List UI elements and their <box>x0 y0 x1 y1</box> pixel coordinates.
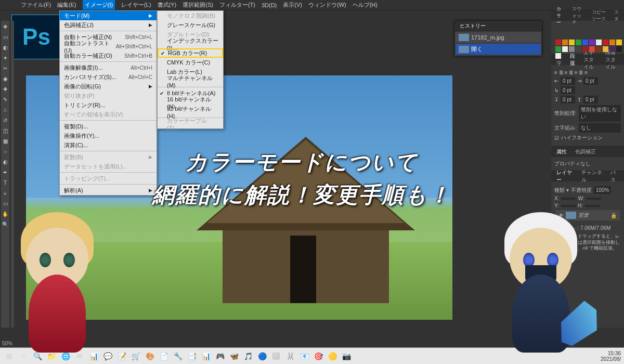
taskbar-app-icon[interactable]: 📷 <box>340 350 353 362</box>
swatch[interactable] <box>555 40 561 45</box>
marquee-tool-icon[interactable]: ▭ <box>2 33 9 41</box>
submenu-item[interactable]: グレースケール(G) <box>158 20 223 30</box>
tab[interactable]: コピーソース <box>590 9 608 22</box>
crop-tool-icon[interactable]: ✂ <box>2 64 9 72</box>
shape-tool-icon[interactable]: ▭ <box>2 200 9 207</box>
tab[interactable]: カラー <box>554 6 566 26</box>
menu-item[interactable]: カンバスサイズ(S)...Alt+Ctrl+C <box>60 72 157 82</box>
swatch[interactable] <box>555 46 561 52</box>
swatch[interactable] <box>603 46 608 52</box>
swatch[interactable] <box>616 40 622 45</box>
gradient-tool-icon[interactable]: ▦ <box>2 137 9 145</box>
tab[interactable]: スウォッチ <box>570 6 586 26</box>
menubar-item-5[interactable]: 選択範囲(S) <box>183 1 213 9</box>
menu-item[interactable]: すべての領域を表示(V) <box>60 110 157 119</box>
swatch[interactable] <box>562 40 568 45</box>
swatch[interactable] <box>569 40 575 45</box>
menubar-item-2[interactable]: イメージ(I) <box>83 0 115 10</box>
menu-item[interactable]: 画像操作(Y)... <box>60 131 157 140</box>
swatch[interactable] <box>603 40 608 45</box>
tab[interactable]: レイヤー <box>554 169 575 184</box>
swatch[interactable] <box>616 46 622 52</box>
taskbar-app-icon[interactable]: 🎵 <box>242 350 254 362</box>
taskbar-app-icon[interactable]: 🦋 <box>228 350 240 362</box>
dodge-tool-icon[interactable]: ◐ <box>2 158 9 165</box>
eyedropper-tool-icon[interactable]: ◉ <box>2 75 9 82</box>
swatch[interactable] <box>589 40 595 45</box>
swatch[interactable] <box>576 46 581 52</box>
menubar-item-0[interactable]: ファイル(F) <box>21 1 51 9</box>
swatch[interactable] <box>582 40 588 45</box>
submenu-item[interactable]: カラーテーブル(T)... <box>158 119 223 128</box>
tab[interactable]: 属性 <box>554 148 569 155</box>
pen-tool-icon[interactable]: ✒ <box>2 168 9 176</box>
taskbar-app-icon[interactable]: 📊 <box>200 350 212 362</box>
history-brush-icon[interactable]: ↺ <box>2 116 9 124</box>
taskbar-app-icon[interactable]: 🛒 <box>129 350 142 362</box>
taskbar-app-icon[interactable]: 🅿 <box>270 350 282 362</box>
heal-tool-icon[interactable]: ✚ <box>2 85 9 93</box>
type-tool-icon[interactable]: T <box>2 179 9 186</box>
taskbar-app-icon[interactable]: 🎯 <box>312 350 324 362</box>
zoom-tool-icon[interactable]: 🔍 <box>2 220 9 228</box>
lasso-tool-icon[interactable]: ◐ <box>2 44 9 51</box>
menubar-item-3[interactable]: レイヤー(L) <box>121 1 151 9</box>
hand-tool-icon[interactable]: ✋ <box>2 210 9 217</box>
taskbar-app-icon[interactable]: 🟡 <box>326 350 339 362</box>
submenu-item[interactable]: マルチチャンネル(M) <box>158 76 223 86</box>
tab[interactable]: 色調補正 <box>573 148 598 155</box>
swatch[interactable] <box>596 46 602 52</box>
menubar-item-4[interactable]: 書式(Y) <box>158 1 177 9</box>
path-tool-icon[interactable]: ▹ <box>2 189 9 197</box>
align-icons[interactable]: ≡ ≣ ≡ ≣ ≡ ≣ ≡ <box>554 70 588 75</box>
taskbar-app-icon[interactable]: 📄 <box>158 350 170 362</box>
menu-item[interactable]: トリミング(R)... <box>60 100 157 110</box>
checkbox-icon[interactable]: ☑ <box>554 135 559 141</box>
menubar-item-7[interactable]: 3D(D) <box>262 2 277 8</box>
brush-tool-icon[interactable]: ✎ <box>2 96 9 103</box>
tab[interactable]: スタ <box>612 9 621 22</box>
taskbar-app-icon[interactable]: 🎨 <box>144 350 156 362</box>
taskbar-app-icon[interactable]: 📧 <box>298 350 310 362</box>
submenu-item[interactable]: 32 bit/チャンネル(H) <box>158 107 223 116</box>
tab[interactable]: パス <box>608 169 621 184</box>
taskbar-app-icon[interactable]: 🐰 <box>284 350 296 362</box>
swatch[interactable] <box>609 46 615 52</box>
taskbar-app-icon[interactable]: 📝 <box>115 350 128 362</box>
swatch[interactable] <box>609 40 615 45</box>
tab[interactable]: チャンネル <box>579 169 604 184</box>
menu-item[interactable]: 画像の回転(G)▶ <box>60 82 157 91</box>
menu-item[interactable]: モード(M)▶ <box>60 11 157 20</box>
menu-item[interactable]: 自動コントラスト(U)Alt+Shift+Ctrl+L <box>60 42 157 51</box>
history-tab[interactable]: ヒストリー <box>458 22 488 30</box>
menu-item[interactable]: 自動カラー補正(O)Shift+Ctrl+B <box>60 51 157 60</box>
menubar-item-6[interactable]: フィルター(T) <box>219 1 255 9</box>
swatch[interactable] <box>596 40 602 45</box>
menu-item[interactable]: 画像解像度(I)...Alt+Ctrl+I <box>60 63 157 72</box>
swatch[interactable] <box>569 46 575 52</box>
menu-item[interactable]: 複製(D)... <box>60 122 157 131</box>
menubar-item-9[interactable]: ウィンドウ(W) <box>308 1 346 9</box>
history-row[interactable]: 17182_m.jpg <box>456 32 541 43</box>
menubar-item-10[interactable]: ヘルプ(H) <box>353 1 378 9</box>
swatch[interactable] <box>555 53 561 59</box>
menu-item[interactable]: 切り抜き(P) <box>60 91 157 100</box>
taskbar-clock[interactable]: 15:36 2021/08/ <box>601 350 621 362</box>
menubar-item-1[interactable]: 編集(E) <box>57 1 76 9</box>
swatch[interactable] <box>582 46 588 52</box>
move-tool-icon[interactable]: ✥ <box>2 23 9 30</box>
stamp-tool-icon[interactable]: ⎍ <box>2 106 9 113</box>
swatch[interactable] <box>562 46 568 52</box>
submenu-item[interactable]: CMYK カラー(C) <box>158 58 223 67</box>
taskbar-app-icon[interactable]: 🔵 <box>256 350 268 362</box>
taskbar-app-icon[interactable]: 📑 <box>186 350 198 362</box>
taskbar-app-icon[interactable]: 🎮 <box>214 350 226 362</box>
swatch[interactable] <box>576 40 581 45</box>
eraser-tool-icon[interactable]: ◫ <box>2 127 9 134</box>
history-row[interactable]: 開く <box>456 44 541 55</box>
swatch[interactable] <box>589 46 595 52</box>
menubar-item-8[interactable]: 表示(V) <box>283 1 302 9</box>
menu-item[interactable]: 色調補正(J)▶ <box>60 20 157 30</box>
submenu-item[interactable]: ✔RGB カラー(R) <box>158 48 223 58</box>
submenu-item[interactable]: インデックスカラー(I)... <box>158 39 223 48</box>
